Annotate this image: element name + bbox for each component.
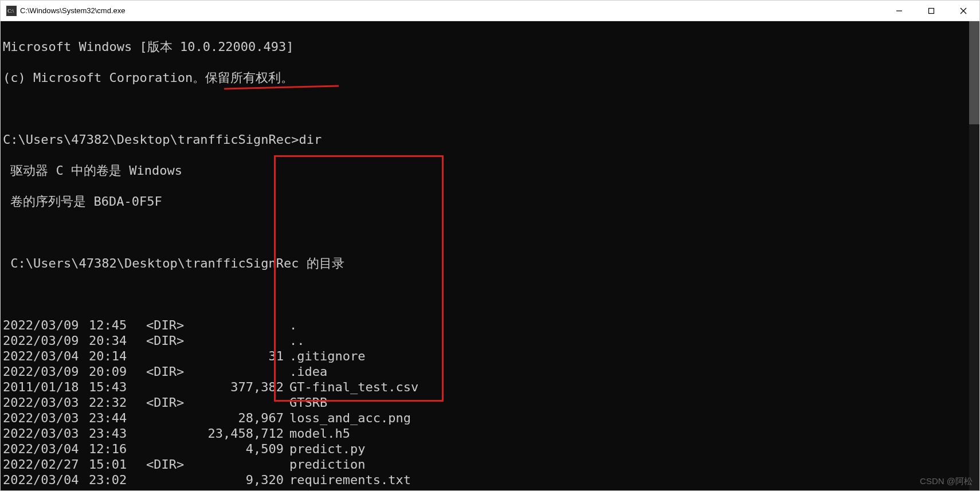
entry-size: 377,382: [198, 379, 289, 395]
entry-name: GTSRB: [289, 395, 327, 410]
list-item: 2022/03/0423:029,320requirements.txt: [3, 472, 969, 488]
entry-size: [198, 395, 289, 410]
entry-date: 2022/03/04: [3, 472, 89, 488]
maximize-button[interactable]: [915, 1, 947, 21]
entry-time: 12:16: [89, 441, 146, 457]
entry-dir-marker: <DIR>: [146, 317, 198, 333]
volume-line-2: 卷的序列号是 B6DA-0F5F: [3, 194, 969, 209]
entry-dir-marker: [146, 348, 198, 364]
entry-date: 2011/01/18: [3, 379, 89, 395]
volume-line-1: 驱动器 C 中的卷是 Windows: [3, 163, 969, 178]
entry-date: 2022/03/09: [3, 317, 89, 333]
cmd-window: C:\ C:\Windows\System32\cmd.exe Microsof…: [0, 0, 980, 491]
entry-size: 23,458,712: [198, 426, 289, 441]
entry-time: 12:45: [89, 317, 146, 333]
header-line-1: Microsoft Windows [版本 10.0.22000.493]: [3, 39, 969, 54]
dir-header: C:\Users\47382\Desktop\tranfficSignRec 的…: [3, 256, 969, 271]
entry-date: 2022/02/27: [3, 457, 89, 472]
entry-dir-marker: [146, 488, 198, 490]
entry-date: 2022/03/03: [3, 426, 89, 441]
entry-size: [198, 333, 289, 348]
entry-time: 20:09: [89, 364, 146, 379]
entry-time: 20:14: [89, 348, 146, 364]
entry-size: 28,967: [198, 410, 289, 426]
close-button[interactable]: [947, 1, 979, 21]
entry-size: 7,435: [198, 488, 289, 490]
entry-time: 23:38: [89, 488, 146, 490]
entry-date: 2022/03/09: [3, 333, 89, 348]
minimize-button[interactable]: [883, 1, 915, 21]
header-line-2: (c) Microsoft Corporation。保留所有权利。: [3, 70, 969, 85]
window-title: C:\Windows\System32\cmd.exe: [20, 6, 126, 15]
entry-name: prediction: [289, 457, 365, 472]
entry-size: 9,320: [198, 472, 289, 488]
entry-date: 2022/03/03: [3, 395, 89, 410]
entry-name: model.h5: [289, 426, 350, 441]
entry-name: tanfficSignRec.py: [289, 488, 418, 490]
terminal-output: Microsoft Windows [版本 10.0.22000.493] (c…: [1, 21, 969, 490]
svg-text:C:\: C:\: [7, 8, 14, 14]
entry-size: [198, 364, 289, 379]
terminal-area[interactable]: Microsoft Windows [版本 10.0.22000.493] (c…: [1, 21, 979, 490]
entry-size: [198, 317, 289, 333]
entry-name: ..: [289, 333, 305, 348]
list-item: 2011/01/1815:43377,382GT-final_test.csv: [3, 379, 969, 395]
cmd-icon: C:\: [6, 6, 17, 16]
entry-dir-marker: <DIR>: [146, 395, 198, 410]
entry-dir-marker: <DIR>: [146, 457, 198, 472]
entry-dir-marker: [146, 441, 198, 457]
entry-dir-marker: [146, 472, 198, 488]
entry-time: 20:34: [89, 333, 146, 348]
list-item: 2022/03/0323:4428,967loss_and_acc.png: [3, 410, 969, 426]
entry-time: 23:44: [89, 410, 146, 426]
entry-dir-marker: [146, 410, 198, 426]
scrollbar-track[interactable]: [969, 21, 979, 490]
prompt-path: C:\Users\47382\Desktop\tranfficSignRec>: [3, 132, 299, 147]
prompt-command: dir: [299, 132, 322, 147]
entry-time: 23:02: [89, 472, 146, 488]
dir-listing: 2022/03/0912:45<DIR>.2022/03/0920:34<DIR…: [3, 317, 969, 490]
entry-time: 22:32: [89, 395, 146, 410]
entry-name: requirements.txt: [289, 472, 411, 488]
entry-name: GT-final_test.csv: [289, 379, 418, 395]
titlebar[interactable]: C:\ C:\Windows\System32\cmd.exe: [1, 1, 979, 21]
entry-dir-marker: <DIR>: [146, 333, 198, 348]
entry-name: .: [289, 317, 297, 333]
entry-date: 2022/03/04: [3, 441, 89, 457]
entry-time: 15:43: [89, 379, 146, 395]
list-item: 2022/02/2715:01<DIR>prediction: [3, 457, 969, 472]
entry-date: 2022/03/03: [3, 488, 89, 490]
list-item: 2022/03/0412:164,509predict.py: [3, 441, 969, 457]
entry-date: 2022/03/09: [3, 364, 89, 379]
entry-name: .gitignore: [289, 348, 365, 364]
entry-name: predict.py: [289, 441, 365, 457]
entry-date: 2022/03/04: [3, 348, 89, 364]
entry-size: [198, 457, 289, 472]
entry-time: 23:43: [89, 426, 146, 441]
entry-size: 4,509: [198, 441, 289, 457]
list-item: 2022/03/0420:1431.gitignore: [3, 348, 969, 364]
list-item: 2022/03/0912:45<DIR>.: [3, 317, 969, 333]
list-item: 2022/03/0323:387,435tanfficSignRec.py: [3, 488, 969, 490]
entry-date: 2022/03/03: [3, 410, 89, 426]
list-item: 2022/03/0322:32<DIR>GTSRB: [3, 395, 969, 410]
entry-dir-marker: [146, 379, 198, 395]
entry-dir-marker: <DIR>: [146, 364, 198, 379]
list-item: 2022/03/0920:09<DIR>.idea: [3, 364, 969, 379]
entry-size: 31: [198, 348, 289, 364]
list-item: 2022/03/0323:4323,458,712model.h5: [3, 426, 969, 441]
svg-rect-3: [929, 8, 934, 13]
entry-name: loss_and_acc.png: [289, 410, 411, 426]
entry-time: 15:01: [89, 457, 146, 472]
list-item: 2022/03/0920:34<DIR>..: [3, 333, 969, 348]
entry-dir-marker: [146, 426, 198, 441]
entry-name: .idea: [289, 364, 327, 379]
scrollbar-thumb[interactable]: [969, 21, 979, 124]
